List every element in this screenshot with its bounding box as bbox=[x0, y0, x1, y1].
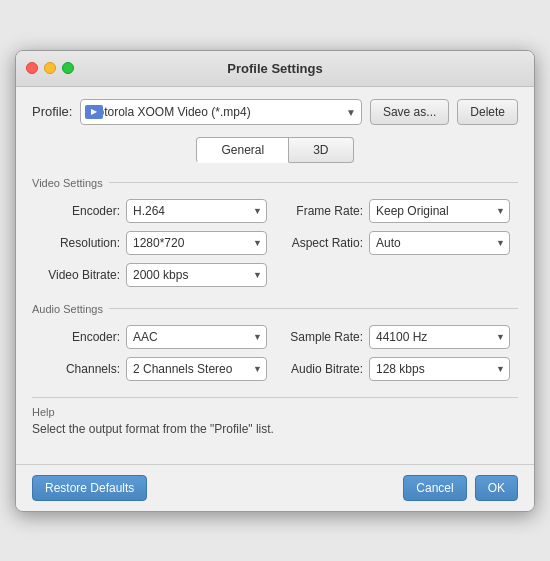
profile-video-icon: ▶ bbox=[85, 105, 103, 119]
profile-label: Profile: bbox=[32, 104, 72, 119]
audio-bitrate-select-wrapper: 128 kbps ▼ bbox=[369, 357, 510, 381]
video-settings-grid: Encoder: H.264 ▼ Frame Rate: Keep Origin… bbox=[32, 199, 518, 287]
delete-button[interactable]: Delete bbox=[457, 99, 518, 125]
frame-rate-select-wrapper: Keep Original ▼ bbox=[369, 199, 510, 223]
audio-settings-grid: Encoder: AAC ▼ Sample Rate: 44100 Hz bbox=[32, 325, 518, 381]
video-bitrate-select[interactable]: 2000 kbps bbox=[126, 263, 267, 287]
audio-encoder-select-wrapper: AAC ▼ bbox=[126, 325, 267, 349]
aspect-ratio-select[interactable]: Auto bbox=[369, 231, 510, 255]
audio-settings-section: Audio Settings Encoder: AAC ▼ Sample Rat… bbox=[32, 303, 518, 381]
help-text: Select the output format from the "Profi… bbox=[32, 422, 518, 436]
audio-bitrate-row: Audio Bitrate: 128 kbps ▼ bbox=[283, 357, 510, 381]
traffic-lights bbox=[26, 62, 74, 74]
window-title: Profile Settings bbox=[227, 61, 322, 76]
audio-settings-title: Audio Settings bbox=[32, 303, 518, 315]
audio-bitrate-select[interactable]: 128 kbps bbox=[369, 357, 510, 381]
ok-button[interactable]: OK bbox=[475, 475, 518, 501]
sample-rate-row: Sample Rate: 44100 Hz ▼ bbox=[283, 325, 510, 349]
frame-rate-label: Frame Rate: bbox=[283, 204, 363, 218]
encoder-select-wrapper: H.264 ▼ bbox=[126, 199, 267, 223]
profile-select[interactable]: Motorola XOOM Video (*.mp4) bbox=[80, 99, 361, 125]
profile-select-wrapper: ▶ Motorola XOOM Video (*.mp4) ▼ bbox=[80, 99, 361, 125]
video-bitrate-row: Video Bitrate: 2000 kbps ▼ bbox=[40, 263, 267, 287]
channels-label: Channels: bbox=[40, 362, 120, 376]
sample-rate-select[interactable]: 44100 Hz bbox=[369, 325, 510, 349]
channels-select[interactable]: 2 Channels Stereo bbox=[126, 357, 267, 381]
profile-row: Profile: ▶ Motorola XOOM Video (*.mp4) ▼… bbox=[32, 99, 518, 125]
aspect-ratio-label: Aspect Ratio: bbox=[283, 236, 363, 250]
save-as-button[interactable]: Save as... bbox=[370, 99, 449, 125]
video-bitrate-select-wrapper: 2000 kbps ▼ bbox=[126, 263, 267, 287]
resolution-select-wrapper: 1280*720 ▼ bbox=[126, 231, 267, 255]
sample-rate-label: Sample Rate: bbox=[283, 330, 363, 344]
frame-rate-row: Frame Rate: Keep Original ▼ bbox=[283, 199, 510, 223]
audio-bitrate-label: Audio Bitrate: bbox=[283, 362, 363, 376]
tab-general[interactable]: General bbox=[196, 137, 289, 163]
encoder-row: Encoder: H.264 ▼ bbox=[40, 199, 267, 223]
main-content: Profile: ▶ Motorola XOOM Video (*.mp4) ▼… bbox=[16, 87, 534, 464]
tab-3d[interactable]: 3D bbox=[289, 137, 353, 163]
resolution-select[interactable]: 1280*720 bbox=[126, 231, 267, 255]
restore-defaults-button[interactable]: Restore Defaults bbox=[32, 475, 147, 501]
profile-settings-window: Profile Settings Profile: ▶ Motorola XOO… bbox=[15, 50, 535, 512]
help-section: Help Select the output format from the "… bbox=[32, 397, 518, 436]
resolution-label: Resolution: bbox=[40, 236, 120, 250]
aspect-ratio-row: Aspect Ratio: Auto ▼ bbox=[283, 231, 510, 255]
aspect-ratio-select-wrapper: Auto ▼ bbox=[369, 231, 510, 255]
help-title: Help bbox=[32, 406, 518, 418]
tabs-container: General 3D bbox=[32, 137, 518, 163]
close-button[interactable] bbox=[26, 62, 38, 74]
video-bitrate-label: Video Bitrate: bbox=[40, 268, 120, 282]
audio-encoder-row: Encoder: AAC ▼ bbox=[40, 325, 267, 349]
video-settings-title: Video Settings bbox=[32, 177, 518, 189]
bottom-right-buttons: Cancel OK bbox=[403, 475, 518, 501]
title-bar: Profile Settings bbox=[16, 51, 534, 87]
encoder-label: Encoder: bbox=[40, 204, 120, 218]
frame-rate-select[interactable]: Keep Original bbox=[369, 199, 510, 223]
audio-encoder-label: Encoder: bbox=[40, 330, 120, 344]
video-settings-section: Video Settings Encoder: H.264 ▼ Frame Ra… bbox=[32, 177, 518, 287]
channels-row: Channels: 2 Channels Stereo ▼ bbox=[40, 357, 267, 381]
maximize-button[interactable] bbox=[62, 62, 74, 74]
resolution-row: Resolution: 1280*720 ▼ bbox=[40, 231, 267, 255]
minimize-button[interactable] bbox=[44, 62, 56, 74]
encoder-select[interactable]: H.264 bbox=[126, 199, 267, 223]
cancel-button[interactable]: Cancel bbox=[403, 475, 466, 501]
audio-encoder-select[interactable]: AAC bbox=[126, 325, 267, 349]
bottom-bar: Restore Defaults Cancel OK bbox=[16, 464, 534, 511]
channels-select-wrapper: 2 Channels Stereo ▼ bbox=[126, 357, 267, 381]
sample-rate-select-wrapper: 44100 Hz ▼ bbox=[369, 325, 510, 349]
